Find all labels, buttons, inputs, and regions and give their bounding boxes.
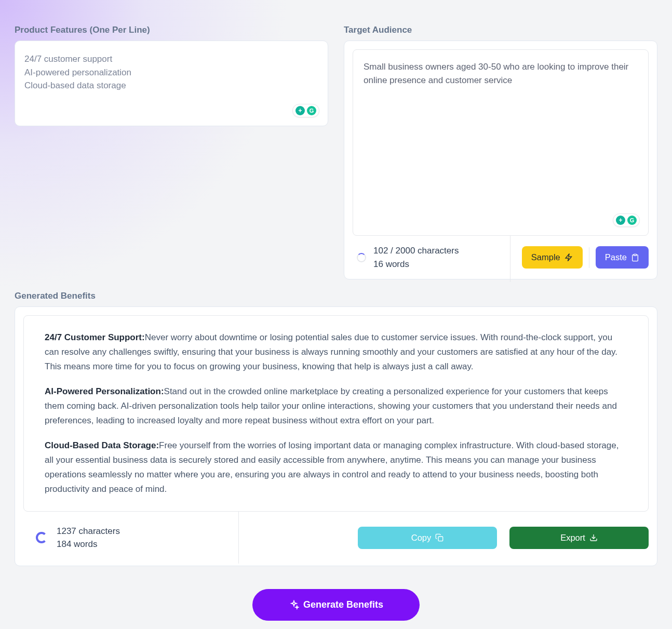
grammarly-plus-icon: [295, 106, 305, 115]
grammarly-icon: [307, 106, 316, 115]
bolt-icon: [565, 253, 573, 262]
audience-panel: Small business owners aged 30-50 who are…: [344, 41, 657, 279]
generated-word-count: 184 words: [57, 538, 120, 551]
sparkle-icon: [289, 600, 299, 610]
grammarly-icon: [627, 216, 637, 225]
copy-button[interactable]: Copy: [358, 527, 497, 549]
download-icon: [589, 533, 598, 542]
copy-icon: [435, 533, 443, 542]
spinner-icon: [357, 253, 366, 262]
grammarly-plus-icon: [616, 216, 625, 225]
grammarly-widget[interactable]: [613, 213, 640, 227]
export-label: Export: [560, 533, 585, 543]
paste-button[interactable]: Paste: [596, 246, 649, 269]
features-panel[interactable]: 24/7 customer support AI-powered persona…: [15, 41, 328, 126]
generated-item: Cloud-Based Data Storage:Free yourself f…: [45, 438, 627, 497]
sample-button[interactable]: Sample: [522, 246, 583, 269]
progress-ring-icon: [36, 532, 47, 543]
features-text: 24/7 customer support AI-powered persona…: [24, 52, 318, 92]
generated-content: 24/7 Customer Support:Never worry about …: [23, 315, 649, 512]
generated-item: AI-Powered Personalization:Stand out in …: [45, 384, 627, 428]
grammarly-widget[interactable]: [292, 104, 319, 117]
paste-label: Paste: [605, 252, 627, 262]
svg-rect-0: [634, 254, 636, 256]
svg-rect-1: [438, 537, 443, 541]
copy-label: Copy: [411, 533, 432, 543]
audience-label: Target Audience: [344, 25, 657, 35]
audience-char-count: 102 / 2000 characters: [373, 244, 459, 258]
generated-label: Generated Benefits: [15, 291, 657, 301]
audience-input[interactable]: Small business owners aged 30-50 who are…: [353, 49, 649, 236]
generated-panel: 24/7 Customer Support:Never worry about …: [15, 306, 657, 566]
features-label: Product Features (One Per Line): [15, 25, 328, 35]
sample-label: Sample: [531, 252, 560, 262]
generate-label: Generate Benefits: [303, 599, 383, 610]
clipboard-icon: [631, 253, 639, 262]
export-button[interactable]: Export: [509, 527, 649, 549]
audience-word-count: 16 words: [373, 258, 459, 271]
audience-text: Small business owners aged 30-50 who are…: [364, 60, 638, 87]
generated-char-count: 1237 characters: [57, 525, 120, 538]
generated-item: 24/7 Customer Support:Never worry about …: [45, 330, 627, 374]
generate-benefits-button[interactable]: Generate Benefits: [252, 589, 420, 621]
